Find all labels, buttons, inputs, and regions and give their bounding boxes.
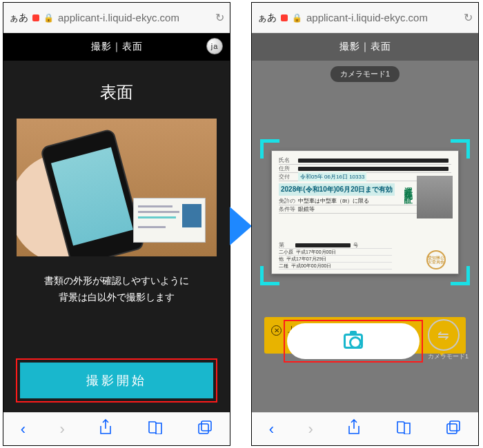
- safari-address-bar: ぁあ 🔒 applicant-i.liquid-ekyc.com ↻: [252, 3, 478, 33]
- page-header: 撮影｜表面 ja: [3, 33, 230, 61]
- svg-rect-2: [447, 424, 457, 434]
- forward-icon: ›: [60, 420, 65, 438]
- camera-mode-switch[interactable]: ⇋ カメラモード1: [428, 319, 469, 361]
- safari-address-bar: ぁあ 🔒 applicant-i.liquid-ekyc.com ↻: [3, 3, 230, 33]
- bookmarks-icon[interactable]: [395, 420, 412, 438]
- forward-icon: ›: [308, 420, 313, 438]
- page-header: 撮影｜表面: [252, 33, 478, 61]
- tabs-icon[interactable]: [446, 420, 461, 439]
- refresh-icon[interactable]: ↻: [215, 11, 224, 24]
- refresh-icon[interactable]: ↻: [464, 11, 473, 24]
- back-icon[interactable]: ‹: [21, 420, 26, 438]
- license-card-preview: 氏名 住所 交付令和05年 06月16日 10333 2028年(令和10年)0…: [271, 150, 459, 274]
- flow-arrow-icon: [230, 207, 252, 245]
- svg-rect-0: [199, 424, 208, 434]
- page-header-title: 撮影｜表面: [91, 41, 143, 53]
- camera-view: カメラモード1 氏名 住所 交付令和05年 06月16日 10333 2028年…: [252, 61, 478, 412]
- expiry-label: 2028年(令和10年)06月20日まで有効: [279, 183, 395, 196]
- safari-toolbar: ‹ ›: [252, 412, 478, 445]
- bookmarks-icon[interactable]: [147, 420, 164, 438]
- swap-icon: ⇋: [428, 319, 460, 351]
- instruction-text: 書類の外形が確認しやすいように 背景は白以外で撮影します: [44, 273, 189, 306]
- share-icon[interactable]: [99, 419, 112, 440]
- camera-mode-badge: カメラモード1: [331, 66, 400, 82]
- capture-button[interactable]: [287, 323, 420, 359]
- svg-rect-1: [201, 421, 211, 431]
- authority-stamp: 愛知県公安委員会: [426, 250, 446, 269]
- language-switch-button[interactable]: ja: [206, 38, 223, 54]
- capture-button-highlight: [284, 320, 423, 363]
- close-tip-icon[interactable]: ✕: [271, 325, 282, 336]
- viewfinder-frame: 氏名 住所 交付令和05年 06月16日 10333 2028年(令和10年)0…: [264, 143, 466, 281]
- start-button-highlight: 撮影開始: [16, 358, 217, 403]
- lock-icon: 🔒: [292, 13, 302, 23]
- recording-indicator-icon: [32, 14, 39, 21]
- start-capture-button[interactable]: 撮影開始: [20, 363, 213, 398]
- url-label[interactable]: applicant-i.liquid-ekyc.com: [306, 12, 460, 23]
- phone-screen-instructions: ぁあ 🔒 applicant-i.liquid-ekyc.com ↻ 撮影｜表面…: [3, 2, 230, 446]
- svg-rect-3: [450, 421, 460, 431]
- text-size-control[interactable]: ぁあ: [9, 12, 28, 24]
- license-title-vertical: 運転免許証: [402, 180, 414, 190]
- url-label[interactable]: applicant-i.liquid-ekyc.com: [58, 12, 211, 23]
- back-icon[interactable]: ‹: [269, 420, 274, 438]
- safari-toolbar: ‹ ›: [3, 412, 230, 445]
- text-size-control[interactable]: ぁあ: [257, 12, 277, 24]
- page-header-title: 撮影｜表面: [339, 41, 391, 53]
- section-title: 表面: [100, 81, 133, 103]
- instruction-panel: 表面 書類の外形が確認しやすいように 背景は白以外で撮影します 撮影開始: [3, 61, 230, 412]
- instruction-illustration: [17, 119, 217, 256]
- camera-icon: [344, 334, 363, 349]
- lock-icon: 🔒: [43, 13, 54, 23]
- share-icon[interactable]: [347, 419, 361, 440]
- license-photo: [417, 176, 453, 218]
- license-date-table: 第号 二小原平成17年00月00日 他平成17年07月29日 二種平成00年00…: [279, 242, 392, 269]
- tabs-icon[interactable]: [197, 420, 213, 439]
- phone-screen-camera: ぁあ 🔒 applicant-i.liquid-ekyc.com ↻ 撮影｜表面…: [251, 2, 479, 446]
- recording-indicator-icon: [281, 14, 288, 21]
